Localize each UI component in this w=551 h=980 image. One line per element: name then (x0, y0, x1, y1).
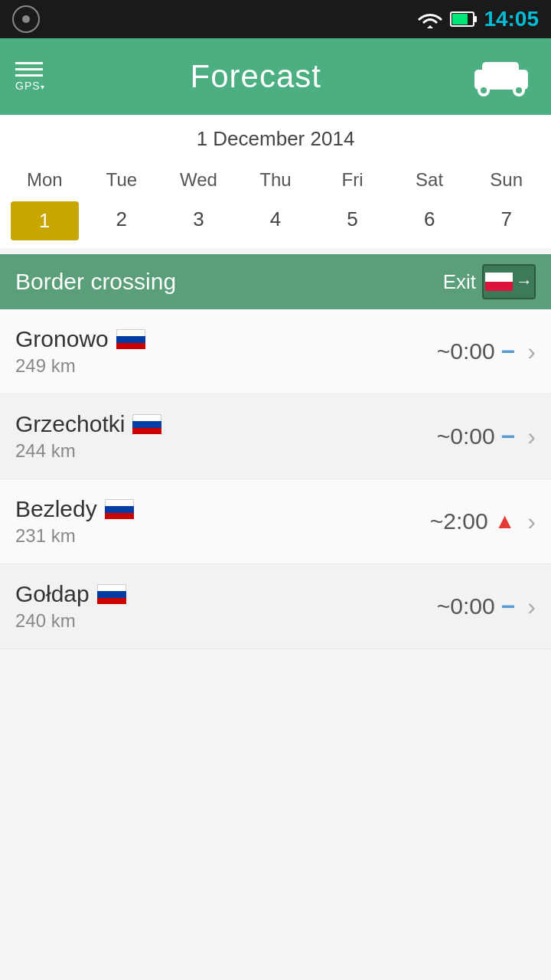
time-indicator-goldap: − (501, 593, 516, 621)
border-item-left-grzechotki: Grzechotki 244 km (15, 411, 161, 462)
status-time: 14:05 (484, 7, 539, 31)
status-bar-right: 14:05 (416, 7, 539, 31)
svg-rect-2 (452, 14, 468, 24)
border-item-name-row-bezledy: Bezledy (15, 496, 134, 522)
border-item-name-gronowo: Gronowo (15, 326, 109, 352)
border-item-distance-goldap: 240 km (15, 610, 126, 632)
wifi-icon (416, 8, 444, 30)
border-item-time-bezledy: ~2:00 ▲ (430, 508, 516, 534)
border-item-time-goldap: ~0:00 − (437, 593, 516, 621)
calendar-dates-row: 1 2 3 4 5 6 7 (0, 200, 551, 242)
chevron-right-icon-grzechotki: › (527, 423, 536, 451)
border-item-left-gronowo: Gronowo 249 km (15, 326, 145, 377)
calendar-date-7[interactable]: 7 (468, 200, 545, 242)
day-fri: Fri (314, 163, 391, 197)
border-item-time-grzechotki: ~0:00 − (437, 423, 516, 451)
russia-flag-grzechotki (132, 414, 161, 434)
calendar-section: 1 December 2014 Mon Tue Wed Thu Fri Sat … (0, 115, 551, 248)
calendar-date-5[interactable]: 5 (314, 200, 391, 242)
border-item-name-row-goldap: Gołdap (15, 581, 126, 607)
time-indicator-grzechotki: − (501, 423, 516, 451)
border-list: Gronowo 249 km ~0:00 − › Grzechotki (0, 309, 551, 649)
time-indicator-bezledy: ▲ (494, 509, 516, 534)
border-item-gronowo[interactable]: Gronowo 249 km ~0:00 − › (0, 309, 551, 394)
border-item-left-goldap: Gołdap 240 km (15, 581, 126, 632)
border-item-distance-grzechotki: 244 km (15, 440, 161, 462)
poland-flag (485, 273, 513, 291)
exit-container[interactable]: Exit → (443, 264, 536, 299)
app-header: GPS▾ Forecast (0, 38, 551, 115)
border-item-right-bezledy: ~2:00 ▲ › (430, 508, 536, 536)
chevron-right-icon-gronowo: › (527, 338, 536, 366)
border-item-left-bezledy: Bezledy 231 km (15, 496, 134, 547)
border-item-grzechotki[interactable]: Grzechotki 244 km ~0:00 − › (0, 394, 551, 479)
border-item-name-row-grzechotki: Grzechotki (15, 411, 161, 437)
exit-flag-box: → (482, 264, 536, 299)
russia-flag-bezledy (105, 499, 134, 519)
border-item-name-goldap: Gołdap (15, 581, 90, 607)
svg-rect-1 (474, 16, 477, 22)
calendar-date-1[interactable]: 1 (11, 201, 79, 240)
border-item-name-row-gronowo: Gronowo (15, 326, 145, 352)
status-bar-left (12, 5, 40, 33)
chevron-right-icon-bezledy: › (527, 508, 536, 536)
border-item-right-goldap: ~0:00 − › (437, 593, 536, 621)
calendar-date-3[interactable]: 3 (160, 200, 237, 242)
calendar-date-label: 1 December 2014 (0, 127, 551, 151)
day-wed: Wed (160, 163, 237, 197)
calendar-date-4[interactable]: 4 (237, 200, 315, 242)
time-indicator-gronowo: − (501, 338, 516, 366)
exit-label: Exit (443, 270, 476, 294)
battery-icon (450, 8, 478, 30)
car-icon (467, 54, 536, 100)
gps-label: GPS▾ (15, 80, 45, 92)
border-item-bezledy[interactable]: Bezledy 231 km ~2:00 ▲ › (0, 479, 551, 564)
day-thu: Thu (237, 163, 315, 197)
border-item-name-bezledy: Bezledy (15, 496, 97, 522)
border-item-right-grzechotki: ~0:00 − › (437, 423, 536, 451)
day-tue: Tue (83, 163, 161, 197)
day-mon: Mon (6, 163, 83, 197)
svg-rect-4 (482, 62, 519, 77)
menu-button[interactable]: GPS▾ (15, 62, 45, 92)
exit-arrow-icon: → (516, 272, 533, 292)
russia-flag-goldap (97, 584, 126, 604)
border-item-goldap[interactable]: Gołdap 240 km ~0:00 − › (0, 564, 551, 649)
svg-point-7 (481, 87, 487, 93)
svg-point-8 (516, 87, 522, 93)
calendar-days-header: Mon Tue Wed Thu Fri Sat Sun (0, 163, 551, 197)
border-item-right-gronowo: ~0:00 − › (437, 338, 536, 366)
status-bar: 14:05 (0, 0, 551, 38)
chevron-right-icon-goldap: › (527, 593, 536, 621)
gps-icon (12, 5, 40, 33)
border-item-time-gronowo: ~0:00 − (437, 338, 516, 366)
border-crossing-title: Border crossing (15, 269, 176, 295)
calendar-date-6[interactable]: 6 (391, 200, 468, 242)
page-title: Forecast (191, 58, 321, 95)
day-sun: Sun (468, 163, 545, 197)
russia-flag-gronowo (116, 329, 145, 349)
border-crossing-header: Border crossing Exit → (0, 254, 551, 309)
border-item-distance-gronowo: 249 km (15, 355, 145, 377)
border-item-name-grzechotki: Grzechotki (15, 411, 125, 437)
border-item-distance-bezledy: 231 km (15, 525, 134, 547)
calendar-date-2[interactable]: 2 (83, 200, 161, 242)
day-sat: Sat (391, 163, 468, 197)
